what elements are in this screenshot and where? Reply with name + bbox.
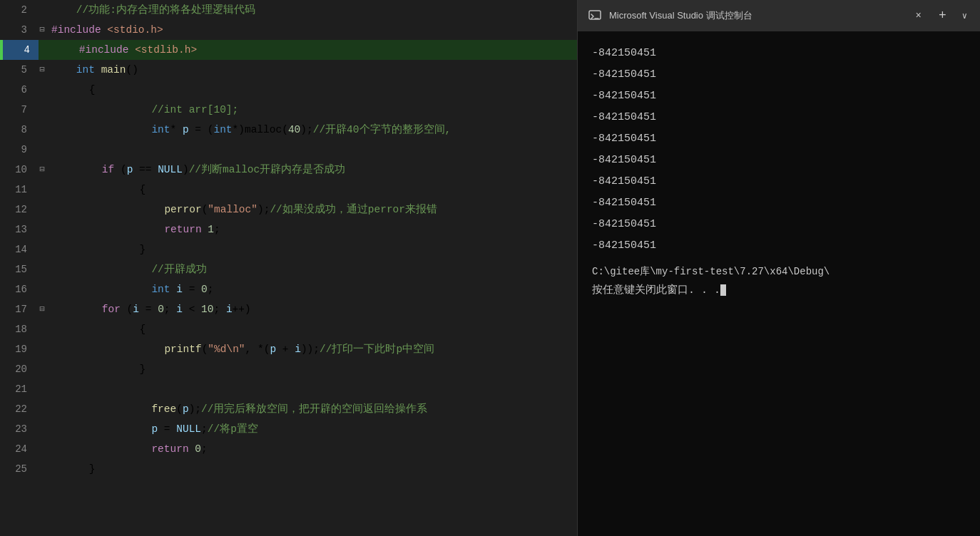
code-content-2: //功能:内存合理的将各处理逻辑代码 (49, 0, 577, 20)
line-number-18: 18 (0, 319, 36, 339)
output-line-3: -842150451 (592, 86, 966, 107)
code-content-3: #include <stdio.h> (49, 20, 577, 40)
svg-rect-0 (589, 11, 601, 19)
output-line-6: -842150451 (592, 150, 966, 171)
line-number-6: 6 (0, 80, 36, 100)
code-content-24: return 0; (74, 439, 577, 459)
line-number-17: 17 (0, 299, 36, 319)
code-line-23: 23 p = NULL;//将p置空 (0, 419, 577, 439)
code-line-8: 8 int* p = (int*)malloc(40);//开辟40个字节的整形… (0, 120, 577, 140)
code-content-12: perror("malloc");//如果没成功，通过perror来报错 (87, 200, 577, 220)
line-number-21: 21 (0, 379, 36, 399)
code-content-15: //开辟成功 (74, 259, 577, 279)
code-line-10: 10 ⊟ if (p == NULL)//判断malloc开辟内存是否成功 (0, 160, 577, 180)
line-number-4: 4 (3, 40, 39, 60)
output-line-4: -842150451 (592, 107, 966, 128)
output-line-5: -842150451 (592, 128, 966, 150)
code-lines: 2 //功能:内存合理的将各处理逻辑代码 3 ⊟ #include <stdio… (0, 0, 577, 479)
code-content-16: int i = 0; (74, 279, 577, 299)
code-content-18: { (87, 319, 577, 339)
terminal-add-button[interactable]: + (933, 6, 952, 26)
terminal-path-line: C:\gitee库\my-first-test\7.27\x64\Debug\ (592, 262, 966, 281)
line-number-7: 7 (0, 100, 36, 120)
terminal-dropdown-button[interactable]: ∨ (958, 8, 971, 24)
code-line-7: 7 //int arr[10]; (0, 100, 577, 120)
code-line-11: 11 { (0, 180, 577, 200)
line-number-23: 23 (0, 419, 36, 439)
line-number-15: 15 (0, 259, 36, 279)
code-line-19: 19 printf("%d\n", *(p + i));//打印一下此时p中空间 (0, 339, 577, 359)
code-content-4: #include <stdlib.h> (51, 40, 577, 60)
code-content-7: //int arr[10]; (74, 100, 577, 120)
terminal-title: Microsoft Visual Studio 调试控制台 (609, 9, 904, 22)
terminal-panel: Microsoft Visual Studio 调试控制台 × + ∨ -842… (578, 0, 980, 536)
terminal-prompt-line: 按任意键关闭此窗口. . . (592, 281, 966, 301)
line-number-12: 12 (0, 200, 36, 220)
code-line-22: 22 free(p);//用完后释放空间，把开辟的空间返回给操作系 (0, 399, 577, 419)
output-line-7: -842150451 (592, 171, 966, 192)
code-content-14: } (87, 239, 577, 259)
line-number-2: 2 (0, 0, 36, 20)
code-line-14: 14 } (0, 239, 577, 259)
output-line-1: -842150451 (592, 43, 966, 64)
fold-gutter-17[interactable]: ⊟ (36, 299, 49, 319)
fold-gutter-5[interactable]: ⊟ (36, 60, 49, 80)
code-line-9: 9 (0, 140, 577, 160)
code-line-18: 18 { (0, 319, 577, 339)
line-number-3: 3 (0, 20, 36, 40)
code-content-10: if (p == NULL)//判断malloc开辟内存是否成功 (74, 160, 577, 180)
line-number-25: 25 (0, 459, 36, 479)
code-line-13: 13 return 1; (0, 220, 577, 239)
code-content-8: int* p = (int*)malloc(40);//开辟40个字节的整形空间… (74, 120, 577, 140)
code-line-25: 25 } (0, 459, 577, 479)
code-line-16: 16 int i = 0; (0, 279, 577, 299)
output-line-8: -842150451 (592, 192, 966, 214)
terminal-body[interactable]: -842150451 -842150451 -842150451 -842150… (578, 31, 980, 536)
code-editor: 2 //功能:内存合理的将各处理逻辑代码 3 ⊟ #include <stdio… (0, 0, 578, 536)
line-number-11: 11 (0, 180, 36, 200)
code-content-19: printf("%d\n", *(p + i));//打印一下此时p中空间 (87, 339, 577, 359)
code-line-21: 21 (0, 379, 577, 399)
terminal-icon (586, 7, 603, 24)
code-line-4: 4 #include <stdlib.h> (0, 40, 577, 60)
code-line-3: 3 ⊟ #include <stdio.h> (0, 20, 577, 40)
fold-gutter-3[interactable]: ⊟ (36, 20, 49, 40)
code-line-6: 6 { (0, 80, 577, 100)
code-line-15: 15 //开辟成功 (0, 259, 577, 279)
terminal-close-button[interactable]: × (910, 7, 927, 24)
line-number-14: 14 (0, 239, 36, 259)
code-content-17: for (i = 0; i < 10; i++) (74, 299, 577, 319)
line-number-19: 19 (0, 339, 36, 359)
code-line-2: 2 //功能:内存合理的将各处理逻辑代码 (0, 0, 577, 20)
output-line-10: -842150451 (592, 235, 966, 257)
line-number-16: 16 (0, 279, 36, 299)
terminal-titlebar: Microsoft Visual Studio 调试控制台 × + ∨ (578, 0, 980, 31)
code-line-17: 17 ⊟ for (i = 0; i < 10; i++) (0, 299, 577, 319)
line-number-5: 5 (0, 60, 36, 80)
output-line-9: -842150451 (592, 214, 966, 235)
line-number-13: 13 (0, 220, 36, 239)
code-content-6: { (61, 80, 577, 100)
line-number-24: 24 (0, 439, 36, 459)
code-content-20: } (87, 359, 577, 379)
code-content-25: } (61, 459, 577, 479)
code-content-23: p = NULL;//将p置空 (74, 419, 577, 439)
line-number-9: 9 (0, 140, 36, 160)
code-line-24: 24 return 0; (0, 439, 577, 459)
code-line-5: 5 ⊟ int main() (0, 60, 577, 80)
output-line-2: -842150451 (592, 64, 966, 86)
line-number-20: 20 (0, 359, 36, 379)
code-line-20: 20 } (0, 359, 577, 379)
code-content-22: free(p);//用完后释放空间，把开辟的空间返回给操作系 (74, 399, 577, 419)
code-content-5: int main() (49, 60, 577, 80)
line-number-10: 10 (0, 160, 36, 180)
code-line-12: 12 perror("malloc");//如果没成功，通过perror来报错 (0, 200, 577, 220)
code-content-11: { (87, 180, 577, 200)
code-content-13: return 1; (87, 220, 577, 239)
terminal-cursor (720, 284, 726, 296)
fold-gutter-10[interactable]: ⊟ (36, 160, 49, 180)
line-number-22: 22 (0, 399, 36, 419)
line-number-8: 8 (0, 120, 36, 140)
